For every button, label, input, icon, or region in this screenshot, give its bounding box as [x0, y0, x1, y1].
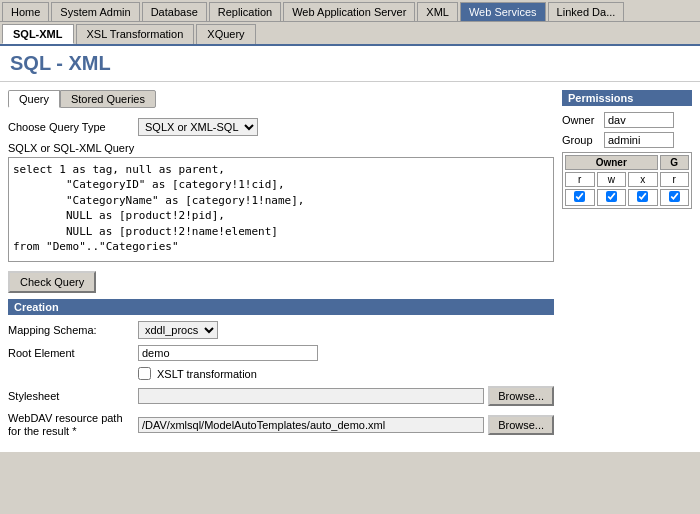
- permissions-header: Permissions: [562, 90, 692, 106]
- xslt-checkbox[interactable]: [138, 367, 151, 380]
- owner-input[interactable]: [604, 112, 674, 128]
- perm-r-check-cell[interactable]: [565, 189, 595, 206]
- owner-label: Owner: [562, 114, 604, 126]
- owner-row: Owner: [562, 112, 692, 128]
- root-element-label: Root Element: [8, 347, 138, 359]
- tab-stored-queries[interactable]: Stored Queries: [60, 90, 156, 108]
- nav-linked-data[interactable]: Linked Da...: [548, 2, 625, 21]
- nav-web-app-server[interactable]: Web Application Server: [283, 2, 415, 21]
- perm-gr-label: r: [660, 172, 690, 187]
- perm-r-checkbox[interactable]: [574, 191, 585, 202]
- stylesheet-row: Stylesheet Browse...: [8, 386, 554, 406]
- sub-nav: SQL-XML XSL Transformation XQuery: [0, 22, 700, 46]
- xslt-label: XSLT transformation: [157, 368, 257, 380]
- nav-system-admin[interactable]: System Admin: [51, 2, 139, 21]
- nav-xsl-transformation[interactable]: XSL Transformation: [76, 24, 195, 44]
- nav-replication[interactable]: Replication: [209, 2, 281, 21]
- query-label: SQLX or SQL-XML Query: [8, 142, 554, 154]
- stylesheet-label: Stylesheet: [8, 390, 138, 402]
- group-input[interactable]: [604, 132, 674, 148]
- perm-w-label: w: [597, 172, 627, 187]
- perm-g-header: G: [660, 155, 690, 170]
- nav-database[interactable]: Database: [142, 2, 207, 21]
- nav-sql-xml[interactable]: SQL-XML: [2, 24, 74, 44]
- webdav-label: WebDAV resource path for the result *: [8, 412, 138, 438]
- query-type-label: Choose Query Type: [8, 121, 138, 133]
- root-element-row: Root Element: [8, 345, 554, 361]
- mapping-schema-label: Mapping Schema:: [8, 324, 138, 336]
- perm-x-label: x: [628, 172, 658, 187]
- check-query-button[interactable]: Check Query: [8, 271, 96, 293]
- mapping-schema-select[interactable]: xddl_procs: [138, 321, 218, 339]
- webdav-browse-button[interactable]: Browse...: [488, 415, 554, 435]
- perm-gr-checkbox[interactable]: [669, 191, 680, 202]
- perm-r-label: r: [565, 172, 595, 187]
- query-type-select[interactable]: SQLX or XML-SQL SQL-XML XQuery: [138, 118, 258, 136]
- xslt-row: XSLT transformation: [8, 367, 554, 380]
- mapping-schema-row: Mapping Schema: xddl_procs: [8, 321, 554, 339]
- webdav-input[interactable]: [138, 417, 484, 433]
- creation-header: Creation: [8, 299, 554, 315]
- tab-query[interactable]: Query: [8, 90, 60, 108]
- permissions-table: Owner G r w x r: [562, 152, 692, 209]
- content-tabs: Query Stored Queries: [8, 90, 554, 108]
- query-textarea[interactable]: select 1 as tag, null as parent, "Catego…: [8, 157, 554, 262]
- stylesheet-input[interactable]: [138, 388, 484, 404]
- right-panel: Permissions Owner Group Owner G r w x r: [562, 90, 692, 444]
- query-type-row: Choose Query Type SQLX or XML-SQL SQL-XM…: [8, 118, 554, 136]
- stylesheet-browse-button[interactable]: Browse...: [488, 386, 554, 406]
- nav-xquery[interactable]: XQuery: [196, 24, 255, 44]
- left-panel: Query Stored Queries Choose Query Type S…: [8, 90, 554, 444]
- nav-xml[interactable]: XML: [417, 2, 458, 21]
- perm-x-checkbox[interactable]: [637, 191, 648, 202]
- top-nav: Home System Admin Database Replication W…: [0, 0, 700, 22]
- group-label: Group: [562, 134, 604, 146]
- nav-web-services[interactable]: Web Services: [460, 2, 546, 21]
- root-element-input[interactable]: [138, 345, 318, 361]
- main-content: Query Stored Queries Choose Query Type S…: [0, 82, 700, 452]
- perm-x-check-cell[interactable]: [628, 189, 658, 206]
- webdav-row: WebDAV resource path for the result * Br…: [8, 412, 554, 438]
- group-row: Group: [562, 132, 692, 148]
- perm-gr-check-cell[interactable]: [660, 189, 690, 206]
- page-title: SQL - XML: [0, 46, 700, 82]
- perm-owner-header: Owner: [565, 155, 658, 170]
- perm-w-checkbox[interactable]: [606, 191, 617, 202]
- perm-w-check-cell[interactable]: [597, 189, 627, 206]
- nav-home[interactable]: Home: [2, 2, 49, 21]
